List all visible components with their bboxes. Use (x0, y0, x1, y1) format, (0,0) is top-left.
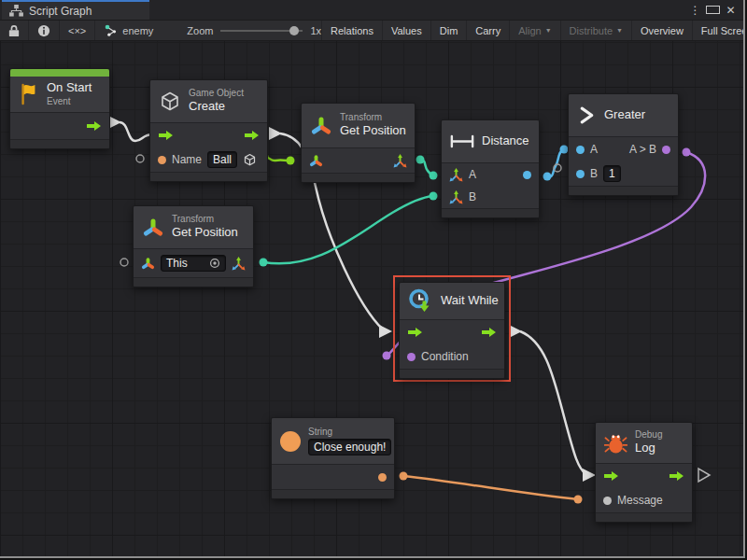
node-distance[interactable]: Distance A B (441, 119, 540, 218)
node-get-position-bottom[interactable]: Transform Get Position This (133, 205, 254, 287)
port-label-a: A (590, 143, 598, 156)
flow-output-port[interactable] (86, 120, 102, 132)
gameobject-cube-icon (159, 91, 181, 113)
node-debug-log[interactable]: Debug Log Message (595, 422, 693, 523)
node-title: Log (635, 441, 662, 456)
node-footer (596, 512, 692, 522)
graph-toolbar: <×> enemy Zoom 1x RelationsValuesDimCarr… (0, 20, 743, 41)
breadcrumb-label: enemy (122, 25, 153, 36)
transform-icon (310, 115, 332, 137)
node-title: Distance (482, 133, 529, 149)
vector3-output-port[interactable] (393, 154, 407, 168)
node-greater[interactable]: Greater A A > B B 1 (568, 93, 679, 196)
node-footer (150, 172, 267, 181)
object-picker-icon[interactable] (209, 258, 220, 269)
port-label-condition: Condition (421, 350, 469, 363)
window-tab-bar: Script Graph ⋮ ✕ (0, 0, 743, 20)
result-output-port[interactable] (523, 171, 531, 179)
string-output-port[interactable] (378, 473, 387, 482)
event-color-bar (10, 69, 109, 77)
node-footer (134, 277, 253, 287)
flow-input-port[interactable] (407, 327, 423, 338)
node-title: String (308, 427, 391, 439)
breadcrumb[interactable]: enemy (95, 21, 162, 40)
graph-tab-icon (9, 5, 23, 17)
window-maximize-icon[interactable] (706, 4, 720, 17)
string-type-icon (280, 431, 301, 452)
toolbar-button-full-screen[interactable]: Full Screen (692, 21, 745, 40)
toolbar-button-distribute[interactable]: Distribute▼ (560, 21, 631, 40)
string-value-field[interactable]: Close enough! (308, 439, 391, 455)
node-footer (302, 173, 415, 182)
toolbar-button-relations[interactable]: Relations (321, 21, 382, 40)
vector3-output-port[interactable] (232, 257, 246, 271)
tab-script-graph[interactable]: Script Graph (2, 0, 149, 20)
flow-output-port[interactable] (481, 327, 497, 338)
node-title: Create (189, 99, 244, 115)
result-output-port[interactable] (662, 146, 670, 154)
flow-output-port[interactable] (244, 130, 260, 141)
zoom-slider[interactable] (220, 30, 303, 32)
toolbar-button-values[interactable]: Values (382, 21, 430, 40)
b-value-field[interactable]: 1 (603, 165, 621, 182)
vector3-input-port-a[interactable] (449, 168, 463, 182)
node-footer (569, 186, 678, 195)
value-input-port-b[interactable] (576, 170, 585, 178)
zoom-label: Zoom (187, 25, 213, 36)
lock-button[interactable] (0, 21, 29, 40)
target-field[interactable]: This (161, 255, 226, 272)
value-input-port-name[interactable] (158, 156, 166, 164)
port-label-result: A > B (629, 143, 656, 156)
flow-input-port[interactable] (603, 470, 619, 482)
bug-icon (604, 432, 627, 455)
node-footer (442, 208, 539, 217)
node-create[interactable]: Game Object Create Name Ball (149, 79, 268, 182)
node-category: Debug (635, 429, 662, 441)
node-string[interactable]: String Close enough! (271, 417, 395, 499)
flag-icon (19, 83, 39, 105)
toolbar-button-dim[interactable]: Dim (430, 21, 467, 40)
zoom-slider-handle[interactable] (289, 26, 299, 35)
node-on-start[interactable]: On Start Event (9, 68, 110, 149)
node-title: Get Position (172, 225, 238, 241)
node-category: Game Object (189, 88, 244, 100)
flow-output-port[interactable] (669, 470, 684, 482)
node-footer (400, 369, 504, 378)
toolbar-button-overview[interactable]: Overview (631, 21, 692, 40)
toolbar-button-carry[interactable]: Carry (466, 21, 509, 40)
code-view-button[interactable]: <×> (60, 21, 95, 40)
port-label-a: A (469, 168, 476, 181)
port-label-name: Name (172, 153, 202, 166)
info-icon (37, 24, 50, 37)
window-close-icon[interactable]: ✕ (724, 4, 738, 17)
distance-icon (450, 134, 474, 148)
flow-input-port[interactable] (158, 130, 174, 141)
node-wait-while[interactable]: Wait While Condition (399, 282, 505, 379)
value-input-port-a[interactable] (576, 146, 585, 154)
node-title: Greater (604, 107, 645, 123)
condition-input-port[interactable] (407, 353, 416, 361)
lock-icon (8, 24, 20, 37)
node-category: Transform (340, 112, 406, 124)
target-value: This (166, 257, 188, 270)
name-input-field[interactable]: Ball (207, 151, 237, 168)
toolbar-button-align[interactable]: Align▼ (509, 21, 559, 40)
port-label-b: B (590, 167, 598, 180)
transform-input-port[interactable] (141, 257, 155, 271)
node-title: Get Position (340, 123, 406, 139)
message-input-port[interactable] (603, 497, 612, 505)
greater-than-icon (577, 105, 597, 125)
window-menu-icon[interactable]: ⋮ (688, 4, 702, 17)
inspect-button[interactable] (29, 21, 60, 40)
transform-icon (142, 217, 164, 239)
node-get-position-top[interactable]: Transform Get Position (301, 103, 416, 183)
gameobject-output-port[interactable] (243, 153, 257, 167)
node-title: Wait While (441, 293, 499, 309)
vector3-input-port-b[interactable] (449, 190, 463, 204)
node-title: On Start (47, 80, 92, 96)
wait-clock-icon (408, 288, 433, 314)
script-graph-window: On Start Event Game Object Create Name B… (0, 0, 745, 558)
transform-input-port[interactable] (309, 154, 323, 168)
zoom-value: 1x (310, 25, 321, 36)
graph-breadcrumb-icon (105, 24, 118, 37)
